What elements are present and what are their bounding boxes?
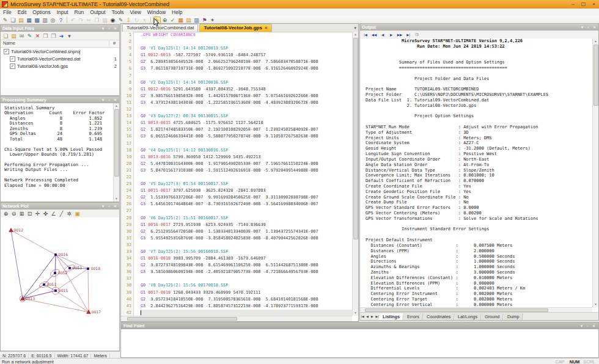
refresh-icon[interactable]: ↻ [133,16,141,24]
panel-menu-icon[interactable]: ▾ [101,97,105,103]
close-button[interactable]: × [589,1,599,9]
edit-note-icon[interactable]: ✎ [117,16,125,24]
editor-line[interactable]: G3 5.95549253160769E-008 -3.858458024025… [141,235,352,242]
editor-line[interactable] [141,242,352,249]
run-adjustment-icon[interactable]: ϟ [153,16,161,24]
panel-menu-icon[interactable]: ▾ [580,24,584,31]
editor-line[interactable]: G2 1.55339766337206E-007 9.9916992845062… [141,194,352,201]
adjusted-point-marker[interactable] [54,289,57,292]
editor-line[interactable]: G2 5.44781083164300E-008 1.9179054902053… [141,161,352,167]
data-input-files-header[interactable]: Data Input Files ▾▫× [1,25,119,32]
line-tool-icon[interactable]: ╱ [58,210,65,217]
panel-pin-icon[interactable]: ▫ [107,26,111,32]
menu-input[interactable]: Input [54,9,72,15]
editor-line[interactable]: G1 0015-0017 3797.625030 -3625.824320 -2… [141,187,352,194]
add-data-file-icon[interactable]: ❏ [2,32,10,40]
panel-pin-icon[interactable]: ▫ [586,323,590,329]
menu-window[interactable]: Window [144,9,169,15]
editor-line[interactable]: G2 6.25129556472058E-008 1.5383348133400… [141,228,352,235]
scrollbar-thumb[interactable] [114,109,119,177]
editor-line[interactable]: G0 'V4 Day125(1) 14:12 00130016.SSF [141,147,352,154]
checkbox-checked-icon[interactable]: ✓ [4,49,9,54]
panel-menu-icon[interactable]: ▾ [101,203,105,209]
adjusted-point-marker[interactable] [68,267,71,269]
code-area[interactable]: .GPS WEIGHT COVARIANCEG0 'V1 Day125(1) 1… [134,32,352,316]
menu-options[interactable]: Options [29,9,53,15]
editor-line[interactable]: G1 0012-0013 -507.727507 -5749.936110 -8… [141,52,352,59]
open-data-file-icon[interactable]: ▤ [10,32,18,40]
view-data-file-icon[interactable]: ❒ [50,32,57,40]
output-tab-ground[interactable]: Ground [482,313,504,320]
remove-data-file-icon[interactable]: ✕ [34,32,42,40]
prev-page-icon[interactable]: ◀ [379,31,386,38]
editor-line[interactable]: G1 0016-0018 3983.995709 -2884.461383 -1… [141,255,352,262]
editor-line[interactable]: G0 'V7 Day125(2) 15:56 00160018.SSF [141,249,352,255]
find-icon[interactable]: ◉ [109,16,117,24]
menu-run[interactable]: Run [72,9,87,15]
panel-pin-icon[interactable]: ▫ [107,97,111,103]
tab-scroll-icon[interactable]: |◀ [360,315,365,318]
panel-close-icon[interactable]: × [113,97,117,103]
scroll-up-icon[interactable]: ▲ [353,32,358,37]
editor-line[interactable]: G3 6.06552466633441E-008 -5.588077950278… [141,133,352,140]
data-input-files-tree[interactable]: ✓Tutorial09-VectorCombined.snproj✓Tutori… [1,48,119,88]
next-section-icon[interactable]: ▶▶ [396,31,403,38]
menu-view[interactable]: View [127,9,144,15]
import-data-icon[interactable]: ⇩ [125,16,133,24]
panel-pin-icon[interactable]: ▫ [107,203,111,209]
print-icon[interactable]: ▥ [42,16,49,24]
export-report-icon[interactable]: ❐ [413,31,421,38]
tree-item-project[interactable]: ✓Tutorial09-VectorCombined.snproj [1,48,119,55]
plot-settings-icon[interactable]: ✲ [66,210,73,217]
view-errors-icon[interactable]: ▤ [185,16,193,24]
editor-line[interactable]: G0 'V1 Day125(1) 14:14 00120013.SSF [141,45,352,52]
output-tab-dump[interactable]: Dump [504,313,523,320]
fixed-station-marker[interactable] [9,228,13,232]
prev-section-icon[interactable]: ◀◀ [370,31,378,38]
editor-line[interactable]: G1 0012-0016 5291.643580 -4337.804352 -3… [141,86,352,93]
output-vertical-scrollbar[interactable]: ▲ ▼ [592,38,598,307]
tree-item-data-file[interactable]: ✓Tutorial08-VectorJob.gps2 [1,62,119,70]
tab-scroll-icon[interactable]: ▶ [370,315,375,318]
pan-icon[interactable]: ✛ [34,210,42,217]
editor-line[interactable] [141,73,352,79]
scrollbar-thumb[interactable] [127,317,237,321]
tree-item-data-file[interactable]: ✓Tutorial09-VectorCombined.dat1 [1,55,119,62]
editor-line[interactable]: G3 5.84701561731038E-008 -1.591512492616… [141,167,352,174]
editor-line[interactable] [141,208,352,214]
column-number[interactable]: # [109,40,119,47]
editor-line[interactable]: G3 4.37312438134303E-008 -1.222585196153… [141,100,352,106]
copy-icon[interactable]: ❐ [94,16,101,24]
menu-help[interactable]: Help [169,9,185,15]
output-tab-latlongs[interactable]: Lat/Longs [454,313,482,320]
scroll-up-icon[interactable]: ▲ [114,103,119,109]
network-plot-header[interactable]: Network Plot ▾▫× [1,203,119,209]
panel-menu-icon[interactable]: ▾ [579,323,584,329]
zoom-out-icon[interactable]: ⊖ [10,210,18,217]
checkbox-checked-icon[interactable]: ✓ [10,64,15,69]
panel-close-icon[interactable]: × [592,24,597,31]
cut-icon[interactable]: ✂ [86,16,93,24]
editor-line[interactable]: G2 3.05723418410550E-008 7.3195085783656… [141,296,352,303]
open-file-icon[interactable]: ▤ [18,16,25,24]
panel-close-icon[interactable]: × [113,26,117,32]
code-editor[interactable]: 1234567891011121314151617181920212223242… [121,32,352,316]
move-point-icon[interactable]: ✜ [42,210,50,217]
editor-line[interactable]: .GPS WEIGHT COVARIANCE [141,32,352,38]
editor-line[interactable]: G3 7.06118738719731E-008 -1.869271092218… [141,65,352,72]
import-data-file-icon[interactable]: ➜ [58,32,65,40]
editor-line[interactable]: G2 1.02174748583350E-007 2.1921081082920… [141,126,352,133]
last-page-icon[interactable]: ▶| [405,31,412,38]
menu-file[interactable]: File [0,9,15,15]
editor-line[interactable]: G0 'V3 Day127(2) 00:34 00130015.SSF [141,113,352,120]
output-tab-errors[interactable]: Errors [403,313,423,320]
tab-list-dropdown-icon[interactable]: ▾ [354,24,356,32]
editor-line[interactable]: G0 'V6 Day125(2) 15:51 00160017.SSF [141,215,352,222]
checkbox-checked-icon[interactable]: ✓ [10,56,15,62]
output-tab-listings[interactable]: Listings [379,313,404,320]
editor-line[interactable] [141,106,352,113]
editor-line[interactable]: G0 'V8 Day125(2) 15:56 00170018.SSF [141,282,352,289]
column-name[interactable]: Name [1,40,109,47]
view-latlongs-icon[interactable]: ▥ [193,16,200,24]
inverse-tool-icon[interactable]: ∠ [50,210,57,217]
